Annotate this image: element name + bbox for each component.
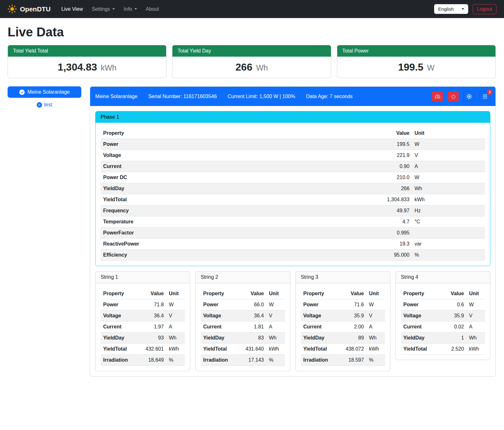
inverter-card: Meine Solaranlage Serial Number: 1161716… [90,86,496,377]
summary-card-title: Total Power [337,45,495,57]
table-row: Current1.81A [201,321,285,333]
cell-value: 36.4 [139,310,166,321]
table-row: PowerFactor0.995 [101,227,485,239]
cell-property: YieldDay [101,183,362,194]
cell-unit: kWh [366,344,385,355]
cell-property: YieldDay [401,333,439,344]
logout-button[interactable]: Logout [473,4,496,14]
table-row: Irradiation18.649% [101,355,185,366]
column-header-value: Value [439,288,466,299]
table-row: Power0.6W [401,299,485,310]
limit-settings-button[interactable] [432,91,443,101]
cell-unit: % [266,355,285,366]
table-row: Power199.5W [101,139,485,150]
inverter-select-label: Meine Solaranlage [28,89,70,95]
event-log-button[interactable]: 2 [479,91,490,101]
cell-property: Power [301,299,339,310]
summary-unit: Wh [256,63,268,72]
device-info-button[interactable] [464,91,475,101]
cell-property: YieldDay [301,333,339,344]
cell-property: YieldTotal [101,344,139,355]
summary-unit: kWh [101,63,116,72]
inverter-serial: Serial Number: 116171603546 [148,94,217,99]
cell-unit: W [366,299,385,310]
column-header-property: Property [201,288,239,299]
summary-unit: W [427,63,435,72]
table-row: Voltage36.4V [101,310,185,321]
column-header-property: Property [101,288,139,299]
check-circle-icon [19,90,25,95]
event-count-badge: 2 [487,89,493,95]
cell-property: Irradiation [201,355,239,366]
cell-unit: W [466,299,485,310]
cell-value: 71.8 [139,299,166,310]
cell-value: 0.90 [362,161,412,172]
cell-value: 2.520 [439,344,466,355]
sidebar-item-test[interactable]: test [37,102,52,108]
nav-about[interactable]: About [141,4,164,15]
x-circle-icon[interactable] [37,102,42,108]
string-card-2: String 2 Property Value Unit [195,271,290,371]
summary-card-total-power: Total Power 199.5 W [337,45,496,78]
nav-info[interactable]: Info [119,4,141,15]
cell-unit: A [266,321,285,333]
brand[interactable]: OpenDTU [8,4,51,14]
table-row: Voltage35.9V [401,310,485,321]
power-toggle-button[interactable] [448,91,459,101]
table-row: Power71.6W [301,299,385,310]
table-row: Power66.0W [201,299,285,310]
summary-card-title: Total Yield Day [172,45,331,57]
summary-value: 1,304.83 [58,61,97,73]
cell-value: 95.000 [362,250,412,261]
page-title: Live Data [8,25,496,39]
cell-value: 221.9 [362,150,412,161]
column-header-unit: Unit [366,288,385,299]
table-row: ReactivePower19.3var [101,239,485,250]
string-card-header: String 4 [396,271,490,283]
phase-table: Property Value Unit Power199.5WVoltage22… [101,128,485,261]
table-row: Power71.8W [101,299,185,310]
string-card-4: String 4 Property Value Unit [395,271,490,360]
cell-value: 266 [362,183,412,194]
nav-settings[interactable]: Settings [87,4,119,15]
table-row: YieldDay89Wh [301,333,385,344]
cell-property: Power [201,299,239,310]
summary-card-total-yield-total: Total Yield Total 1,304.83 kWh [8,45,166,78]
inverter-select-button[interactable]: Meine Solaranlage [8,86,81,98]
table-row: YieldDay266Wh [101,183,485,194]
table-row: Temperature4.7°C [101,216,485,227]
cell-value: 1.81 [240,321,266,333]
column-header-unit: Unit [412,128,485,139]
table-header-row: Property Value Unit [101,288,185,299]
sun-icon [8,4,17,14]
cell-value: 0.6 [439,299,466,310]
cell-value: 89 [339,333,366,344]
cell-value: 0.995 [362,227,412,239]
inverter-data-age: Data Age: 7 seconds [306,94,353,99]
cell-unit: V [166,310,185,321]
cell-value: 4.7 [362,216,412,227]
cell-property: Current [301,321,339,333]
chevron-down-icon [462,8,464,10]
cell-property: Irradiation [101,355,139,366]
cell-property: Current [101,161,362,172]
cell-property: Voltage [201,310,239,321]
cell-value: 93 [139,333,166,344]
table-row: YieldTotal2.520kWh [401,344,485,355]
inverter-name: Meine Solaranlage [95,94,137,99]
column-header-value: Value [139,288,166,299]
cell-property: PowerFactor [101,227,362,239]
string-card-header: String 3 [296,271,390,283]
inverter-limit: Current Limit: 1,500 W | 100% [227,94,295,99]
cell-unit: % [166,355,185,366]
cell-unit: W [412,172,485,183]
cell-property: Current [101,321,139,333]
cell-property: Voltage [401,310,439,321]
table-row: YieldDay83Wh [201,333,285,344]
nav-live-view[interactable]: Live View [57,4,87,15]
journal-icon [482,94,488,99]
cell-unit: kWh [466,344,485,355]
language-select[interactable]: English [434,4,468,14]
column-header-property: Property [101,128,362,139]
cell-unit: kWh [412,194,485,205]
